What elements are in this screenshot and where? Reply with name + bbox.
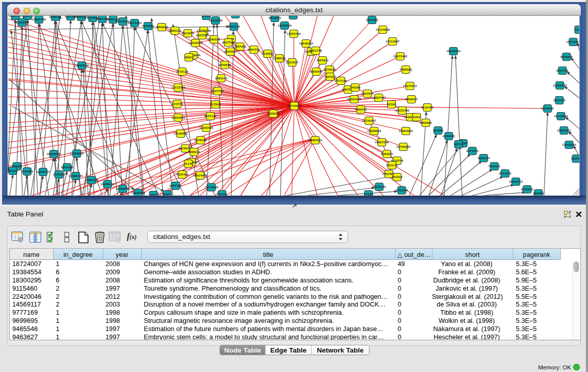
svg-text:1615132: 1615132: [386, 163, 399, 167]
svg-text:9455: 9455: [150, 193, 157, 195]
svg-text:9463627: 9463627: [405, 97, 418, 101]
svg-text:19238506: 19238506: [277, 24, 292, 27]
svg-text:8322037: 8322037: [286, 60, 299, 64]
svg-text:1145194: 1145194: [53, 172, 65, 176]
svg-text:12213369: 12213369: [171, 85, 185, 89]
svg-text:68714: 68714: [454, 142, 463, 146]
svg-text:10973493: 10973493: [393, 54, 407, 58]
svg-text:746266: 746266: [350, 85, 361, 89]
svg-text:164095: 164095: [433, 128, 444, 132]
svg-text:9242848: 9242848: [219, 63, 231, 67]
svg-text:7955812: 7955812: [316, 58, 329, 62]
svg-text:2803144: 2803144: [215, 76, 228, 80]
svg-text:7663822: 7663822: [156, 25, 168, 29]
svg-text:12353594: 12353594: [199, 126, 213, 129]
svg-text:252254: 252254: [392, 175, 403, 179]
svg-text:9457791: 9457791: [169, 184, 182, 187]
svg-text:6498222: 6498222: [188, 150, 201, 154]
svg-text:9084067: 9084067: [381, 152, 394, 156]
svg-text:11123: 11123: [575, 28, 580, 31]
svg-text:7357224: 7357224: [228, 25, 241, 28]
svg-text:12093872: 12093872: [553, 83, 567, 87]
svg-text:16543362: 16543362: [188, 41, 203, 45]
svg-text:15716: 15716: [217, 192, 227, 195]
svg-text:94577: 94577: [163, 192, 172, 195]
svg-text:9245652: 9245652: [521, 187, 534, 191]
svg-text:6961758: 6961758: [310, 49, 322, 52]
svg-text:18807249: 18807249: [375, 140, 389, 144]
svg-text:9734028: 9734028: [323, 68, 336, 71]
svg-text:9338923: 9338923: [443, 134, 455, 138]
svg-text:2769141: 2769141: [49, 16, 62, 18]
svg-text:26053346: 26053346: [75, 63, 89, 67]
svg-text:7625402: 7625402: [176, 172, 189, 176]
svg-text:117008: 117008: [210, 102, 221, 106]
svg-text:20206576: 20206576: [47, 152, 61, 156]
svg-text:9397588: 9397588: [61, 165, 74, 169]
svg-text:121073: 121073: [172, 102, 183, 105]
svg-text:1244415: 1244415: [553, 98, 566, 102]
svg-text:19756928: 19756928: [396, 145, 410, 148]
svg-text:8267130: 8267130: [204, 114, 217, 118]
svg-text:8813054: 8813054: [269, 16, 281, 19]
svg-text:98901: 98901: [184, 55, 193, 59]
svg-text:11923446: 11923446: [131, 191, 145, 194]
svg-text:16210643: 16210643: [554, 114, 568, 118]
svg-text:1115689: 1115689: [21, 169, 33, 173]
svg-text:10688609: 10688609: [367, 129, 381, 133]
svg-text:15140: 15140: [184, 162, 193, 165]
svg-text:39159: 39159: [8, 169, 17, 172]
svg-text:12342757: 12342757: [36, 170, 50, 173]
svg-text:16033: 16033: [202, 16, 211, 17]
svg-text:7515526: 7515526: [142, 24, 155, 28]
svg-text:3624554: 3624554: [361, 92, 374, 95]
svg-text:14136141: 14136141: [372, 185, 386, 188]
svg-text:7632621: 7632621: [488, 164, 501, 168]
svg-text:10025438: 10025438: [395, 108, 409, 112]
svg-text:27691406: 27691406: [32, 17, 46, 21]
svg-text:1405571: 1405571: [16, 20, 29, 24]
svg-text:15716485: 15716485: [204, 185, 219, 189]
svg-text:8471676: 8471676: [499, 171, 512, 175]
svg-text:8186328: 8186328: [208, 37, 221, 41]
svg-text:16782759: 16782759: [116, 187, 130, 190]
svg-text:12213967: 12213967: [385, 39, 400, 43]
svg-text:9115460: 9115460: [421, 105, 433, 109]
svg-text:17359934: 17359934: [70, 151, 84, 155]
svg-text:1621022: 1621022: [324, 75, 337, 78]
svg-text:13325419: 13325419: [287, 32, 301, 35]
svg-text:19654923: 19654923: [399, 129, 413, 133]
svg-text:10807487: 10807487: [372, 96, 386, 99]
svg-text:10958107: 10958107: [100, 182, 115, 186]
svg-text:6899695: 6899695: [420, 121, 432, 124]
svg-text:9146821: 9146821: [262, 52, 274, 55]
svg-text:6464: 6464: [413, 115, 420, 119]
svg-text:16914479: 16914479: [193, 173, 207, 177]
svg-text:2405571: 2405571: [9, 16, 22, 17]
svg-text:2718126: 2718126: [176, 70, 189, 73]
svg-text:12505135: 12505135: [69, 174, 83, 178]
svg-text:19166822: 19166822: [173, 132, 188, 135]
svg-text:19654923: 19654923: [171, 116, 185, 119]
svg-text:8960124: 8960124: [169, 29, 182, 32]
svg-text:9474444: 9474444: [466, 149, 479, 152]
svg-text:116753: 116753: [571, 157, 580, 160]
svg-text:2935114: 2935114: [477, 156, 490, 160]
svg-text:7485003: 7485003: [400, 68, 412, 71]
svg-text:16033809: 16033809: [208, 18, 223, 22]
svg-text:1733426: 1733426: [396, 188, 408, 192]
svg-text:924565: 924565: [533, 191, 544, 195]
svg-text:88130: 88130: [289, 16, 298, 17]
svg-text:22364436: 22364436: [347, 97, 361, 101]
svg-text:8912954: 8912954: [182, 31, 194, 35]
svg-text:10671355: 10671355: [127, 21, 142, 25]
svg-text:8454749: 8454749: [248, 48, 260, 51]
svg-text:62160: 62160: [387, 102, 396, 106]
svg-text:15751074: 15751074: [566, 40, 580, 43]
svg-text:16648784: 16648784: [446, 49, 461, 53]
svg-text:10654112: 10654112: [509, 180, 523, 183]
svg-text:9327500: 9327500: [196, 33, 209, 37]
svg-text:8678352: 8678352: [194, 138, 207, 142]
svg-text:7986372: 7986372: [355, 107, 367, 111]
svg-text:9227341: 9227341: [556, 69, 569, 72]
